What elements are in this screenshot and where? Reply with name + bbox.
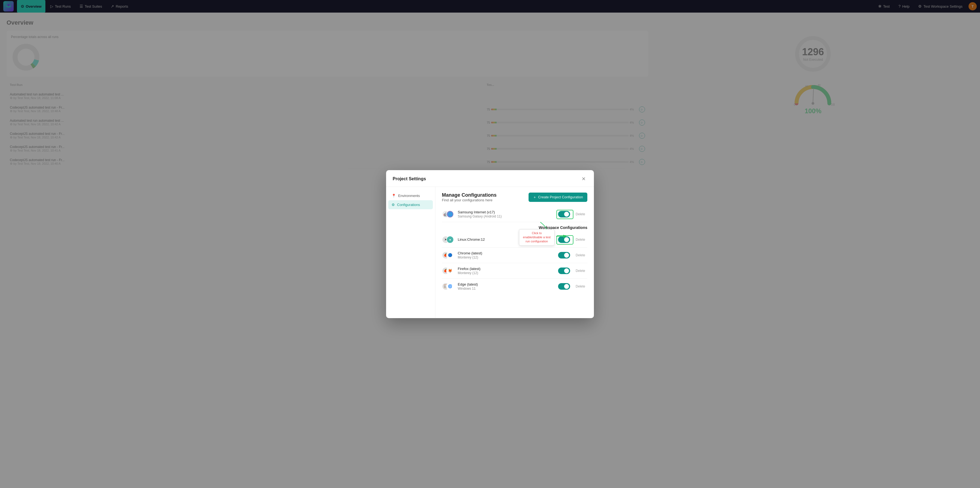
modal-header: Project Settings ✕ [386,170,594,175]
project-settings-modal: Project Settings ✕ 📍 Environments ⚙ Conf… [386,170,594,175]
modal-close-button[interactable]: ✕ [580,175,587,175]
modal-overlay: Project Settings ✕ 📍 Environments ⚙ Conf… [0,0,980,175]
